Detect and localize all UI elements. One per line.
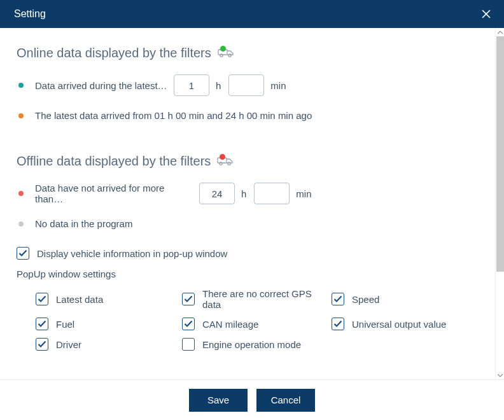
offline-nodata-row: No data in the program [17,218,479,229]
chevron-down-icon [498,374,503,377]
titlebar: Setting [0,0,504,28]
bullet-red [18,191,24,196]
checkbox-box [182,293,195,305]
dialog-footer: Save Cancel [0,379,504,420]
checkbox-label: Fuel [56,319,74,330]
checkbox-box [36,338,48,351]
check-icon [184,320,193,328]
checkbox-box [182,338,195,351]
popup-check-grid: Latest dataThere are no correct GPS data… [36,288,479,351]
truck-online-icon [218,48,234,59]
checkbox-box [332,293,344,305]
online-min-input[interactable] [228,74,264,96]
close-icon [482,10,491,18]
checkbox-box [36,293,48,305]
scroll-track[interactable] [496,36,504,371]
popup-checkbox-5[interactable]: Universal output value [332,318,465,330]
checkbox-label: CAN mileage [202,319,258,330]
save-button[interactable]: Save [189,389,248,412]
truck-offline-icon [217,156,234,167]
check-icon [38,340,46,348]
content-area: Online data displayed by the filters Dat… [0,28,495,379]
popup-settings-heading: PopUp window settings [17,269,479,279]
online-latest-label: Data arrived during the latest [35,80,167,91]
scroll-down-arrow[interactable] [496,371,504,379]
unit-h: h [241,188,246,199]
checkbox-label: Universal output value [352,319,446,330]
check-icon [18,249,27,257]
popup-checkbox-7[interactable]: Engine operation mode [182,338,332,351]
settings-dialog: Setting Online data displayed by the fil… [0,0,504,420]
vertical-scrollbar[interactable] [495,28,504,379]
check-icon [333,295,342,303]
scroll-thumb[interactable] [496,36,504,272]
online-section-header: Online data displayed by the filters [17,46,479,60]
cancel-button[interactable]: Cancel [256,389,315,412]
dialog-title: Setting [14,8,46,20]
unit-h: h [216,80,221,91]
check-icon [38,320,46,328]
popup-checkbox-6[interactable]: Driver [36,338,182,351]
popup-checkbox-0[interactable]: Latest data [36,288,182,310]
close-button[interactable] [480,8,493,20]
check-icon [184,295,193,303]
display-popup-checkbox[interactable]: Display vehicle information in pop-up wi… [17,247,227,260]
offline-min-input[interactable] [254,183,290,204]
online-latest-row: Data arrived during the latest h min [17,74,479,96]
offline-section-header: Offline data displayed by the filters [17,154,479,169]
online-range-row: The latest data arrived from 01 h 00 min… [17,110,479,121]
checkbox-label: There are no correct GPS data [202,288,332,310]
status-dot-red [220,154,225,160]
checkbox-box [36,318,48,330]
checkbox-box [182,318,195,330]
unit-min: min [270,80,286,91]
popup-checkbox-2[interactable]: Speed [332,288,465,310]
checkbox-box [332,318,344,330]
scroll-up-arrow[interactable] [496,28,504,36]
checkbox-label: Driver [56,339,81,350]
check-icon [38,295,46,303]
popup-checkbox-3[interactable]: Fuel [36,318,182,330]
unit-min: min [296,188,311,199]
display-popup-label: Display vehicle information in pop-up wi… [37,248,227,259]
status-dot-green [220,46,226,52]
online-range-text: The latest data arrived from 01 h 00 min… [35,110,312,121]
offline-threshold-label: Data have not arrived for more than [35,183,193,204]
bullet-orange [18,113,24,118]
check-icon [333,320,342,328]
dialog-body: Online data displayed by the filters Dat… [0,28,504,379]
offline-threshold-row: Data have not arrived for more than h mi… [17,183,479,204]
online-heading: Online data displayed by the filters [17,46,211,60]
bullet-grey [18,221,24,227]
popup-checkbox-1[interactable]: There are no correct GPS data [182,288,332,310]
popup-checkbox-4[interactable]: CAN mileage [182,318,332,330]
checkbox-label: Latest data [56,294,103,305]
checkbox-label: Speed [352,294,379,305]
offline-nodata-text: No data in the program [35,218,132,229]
bullet-teal [18,83,24,88]
checkbox-box [17,247,29,260]
online-hours-input[interactable] [174,74,209,96]
checkbox-label: Engine operation mode [202,339,301,350]
chevron-up-icon [498,31,503,34]
offline-hours-input[interactable] [199,183,235,204]
offline-heading: Offline data displayed by the filters [17,154,211,169]
